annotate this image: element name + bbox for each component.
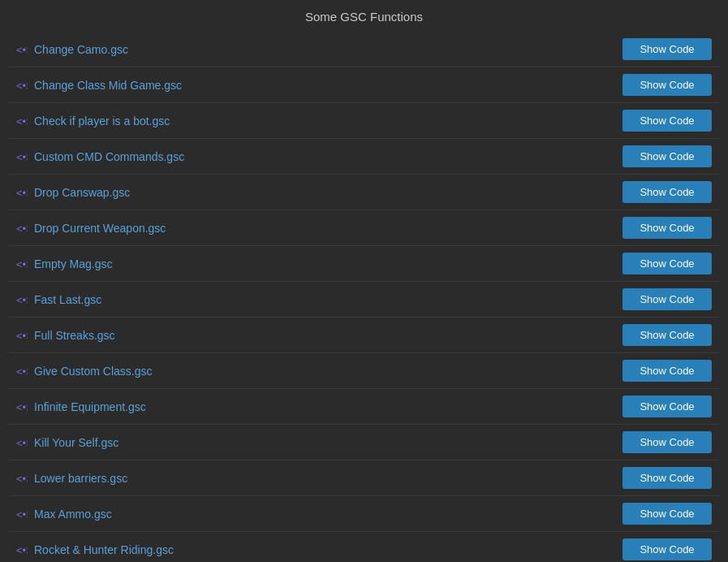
svg-text:<•>: <•>: [16, 365, 28, 377]
show-code-button[interactable]: Show Code: [622, 110, 712, 132]
show-code-button[interactable]: Show Code: [622, 467, 712, 489]
svg-text:<•>: <•>: [16, 544, 28, 556]
svg-text:<•>: <•>: [16, 151, 28, 162]
item-left: <•>Full Streaks.gsc: [16, 329, 115, 342]
svg-text:<•>: <•>: [16, 473, 28, 484]
show-code-button[interactable]: Show Code: [622, 288, 712, 310]
code-icon: <•>: [16, 437, 28, 448]
code-icon: <•>: [16, 365, 28, 377]
show-code-button[interactable]: Show Code: [622, 538, 712, 560]
svg-text:<•>: <•>: [16, 508, 28, 520]
item-label: Kill Your Self.gsc: [34, 436, 118, 449]
svg-text:<•>: <•>: [16, 401, 28, 413]
list-item: <•>Kill Your Self.gscShow Code: [8, 425, 720, 460]
show-code-button[interactable]: Show Code: [622, 396, 712, 417]
list-item: <•>Full Streaks.gscShow Code: [8, 318, 720, 353]
item-left: <•>Max Ammo.gsc: [16, 508, 112, 521]
list-item: <•>Custom CMD Commands.gscShow Code: [8, 139, 720, 175]
svg-text:<•>: <•>: [16, 223, 28, 234]
item-left: <•>Infinite Equipment.gsc: [16, 400, 146, 413]
show-code-button[interactable]: Show Code: [622, 74, 712, 96]
item-label: Fast Last.gsc: [34, 293, 101, 306]
show-code-button[interactable]: Show Code: [622, 145, 712, 167]
item-label: Custom CMD Commands.gsc: [34, 150, 184, 163]
list-item: <•>Change Camo.gscShow Code: [8, 32, 720, 67]
svg-text:<•>: <•>: [16, 115, 28, 127]
code-icon: <•>: [16, 508, 28, 520]
item-label: Change Camo.gsc: [34, 43, 128, 56]
code-icon: <•>: [16, 544, 28, 556]
item-left: <•>Drop Current Weapon.gsc: [16, 222, 166, 235]
show-code-button[interactable]: Show Code: [622, 360, 712, 382]
list-item: <•>Max Ammo.gscShow Code: [8, 496, 720, 532]
list-item: <•>Drop Canswap.gscShow Code: [8, 175, 720, 210]
svg-text:<•>: <•>: [16, 294, 28, 305]
svg-text:<•>: <•>: [16, 187, 28, 198]
item-left: <•>Kill Your Self.gsc: [16, 436, 118, 449]
item-left: <•>Check if player is a bot.gsc: [16, 115, 170, 128]
code-icon: <•>: [16, 294, 28, 305]
show-code-button[interactable]: Show Code: [622, 503, 712, 525]
code-icon: <•>: [16, 187, 28, 198]
gsc-list: <•>Change Camo.gscShow Code<•>Change Cla…: [0, 32, 728, 561]
item-left: <•>Fast Last.gsc: [16, 293, 101, 306]
item-left: <•>Rocket & Hunter Riding.gsc: [16, 543, 174, 556]
item-left: <•>Drop Canswap.gsc: [16, 186, 130, 199]
item-label: Give Custom Class.gsc: [34, 365, 152, 378]
svg-text:<•>: <•>: [16, 80, 28, 91]
svg-text:<•>: <•>: [16, 258, 28, 270]
list-item: <•>Empty Mag.gscShow Code: [8, 246, 720, 282]
code-icon: <•>: [16, 473, 28, 484]
item-left: <•>Change Class Mid Game.gsc: [16, 79, 182, 92]
page-container: Some GSC Functions <•>Change Camo.gscSho…: [0, 0, 728, 561]
list-item: <•>Drop Current Weapon.gscShow Code: [8, 210, 720, 246]
show-code-button[interactable]: Show Code: [622, 217, 712, 239]
list-item: <•>Rocket & Hunter Riding.gscShow Code: [8, 532, 720, 561]
code-icon: <•>: [16, 80, 28, 91]
item-label: Drop Current Weapon.gsc: [34, 222, 166, 235]
page-title: Some GSC Functions: [0, 0, 728, 32]
item-left: <•>Give Custom Class.gsc: [16, 365, 152, 378]
item-left: <•>Lower barriers.gsc: [16, 472, 127, 485]
item-label: Infinite Equipment.gsc: [34, 400, 146, 413]
code-icon: <•>: [16, 258, 28, 270]
list-item: <•>Change Class Mid Game.gscShow Code: [8, 67, 720, 103]
item-left: <•>Empty Mag.gsc: [16, 257, 112, 270]
list-item: <•>Fast Last.gscShow Code: [8, 282, 720, 318]
item-left: <•>Custom CMD Commands.gsc: [16, 150, 184, 163]
show-code-button[interactable]: Show Code: [622, 253, 712, 275]
item-label: Change Class Mid Game.gsc: [34, 79, 182, 92]
code-icon: <•>: [16, 115, 28, 127]
show-code-button[interactable]: Show Code: [622, 38, 712, 60]
item-label: Rocket & Hunter Riding.gsc: [34, 543, 174, 556]
show-code-button[interactable]: Show Code: [622, 324, 712, 346]
item-label: Full Streaks.gsc: [34, 329, 115, 342]
svg-text:<•>: <•>: [16, 437, 28, 448]
show-code-button[interactable]: Show Code: [622, 431, 712, 453]
show-code-button[interactable]: Show Code: [622, 181, 712, 203]
list-item: <•>Give Custom Class.gscShow Code: [8, 353, 720, 389]
list-item: <•>Check if player is a bot.gscShow Code: [8, 103, 720, 139]
item-label: Check if player is a bot.gsc: [34, 115, 170, 128]
code-icon: <•>: [16, 401, 28, 413]
list-item: <•>Lower barriers.gscShow Code: [8, 460, 720, 496]
code-icon: <•>: [16, 223, 28, 234]
item-left: <•>Change Camo.gsc: [16, 43, 128, 56]
code-icon: <•>: [16, 330, 28, 341]
item-label: Lower barriers.gsc: [34, 472, 127, 485]
svg-text:<•>: <•>: [16, 44, 28, 55]
svg-text:<•>: <•>: [16, 330, 28, 341]
item-label: Max Ammo.gsc: [34, 508, 112, 521]
code-icon: <•>: [16, 151, 28, 162]
item-label: Empty Mag.gsc: [34, 257, 112, 270]
code-icon: <•>: [16, 44, 28, 55]
list-item: <•>Infinite Equipment.gscShow Code: [8, 389, 720, 425]
item-label: Drop Canswap.gsc: [34, 186, 130, 199]
